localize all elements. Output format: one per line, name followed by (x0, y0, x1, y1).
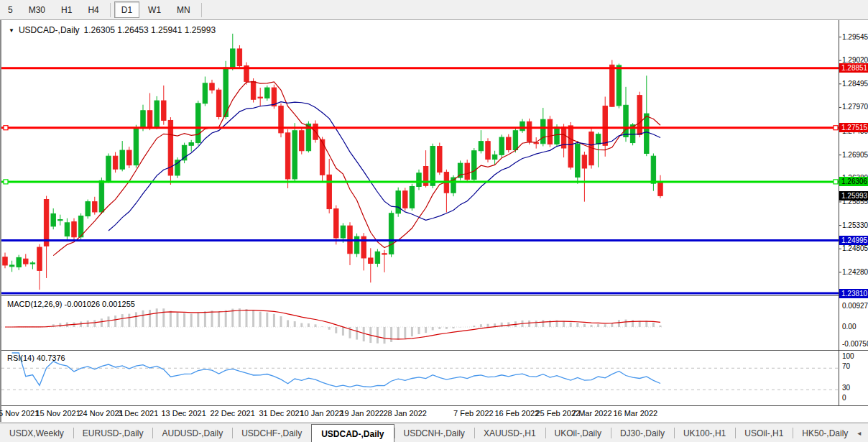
timeframe-button-m30[interactable]: M30 (22, 1, 52, 18)
chart-symbol-title: USDCAD-,Daily (19, 25, 80, 35)
timeframe-button-h1[interactable]: H1 (54, 1, 79, 18)
rsi-axis-label: 30 (842, 384, 868, 392)
chart-tab-ukoil-daily[interactable]: UKOil-,Daily (545, 423, 611, 442)
chart-tab-usdcad-daily[interactable]: USDCAD-,Daily (311, 424, 394, 442)
candle-body (300, 131, 304, 151)
chart-ohlc-values: 1.26305 1.26453 1.25941 1.25993 (84, 25, 216, 35)
candle-body (99, 180, 103, 212)
candle-body (382, 254, 387, 254)
candle-body (251, 81, 255, 99)
chart-tab-audusd-daily[interactable]: AUDUSD-,Daily (152, 423, 232, 442)
chart-tab-eurusd-daily[interactable]: EURUSD-,Daily (73, 423, 153, 442)
candle-body (327, 175, 331, 208)
candle-body (141, 111, 145, 128)
hline-anchor[interactable] (834, 180, 838, 184)
timeframe-toolbar: 5M30H1H4D1W1MN (0, 0, 868, 20)
rsi-line (12, 353, 660, 387)
chart-tab-uk100-h1[interactable]: UK100-,H1 (674, 423, 735, 442)
chart-tab-usdchf-daily[interactable]: USDCHF-,Daily (232, 423, 311, 442)
candle-body (120, 150, 124, 169)
candle-body (582, 155, 586, 168)
candle-body (369, 258, 373, 263)
chart-tab-hk50-daily[interactable]: HK50-,Daily (793, 423, 857, 442)
date-label: 22 Dec 2021 (210, 409, 254, 418)
price-tick-label: 1.29545 (842, 33, 868, 41)
candle-body (9, 265, 14, 267)
date-label: 7 Mar 2022 (572, 409, 612, 418)
hline-anchor[interactable] (4, 126, 8, 130)
mt4-terminal: 5M30H1H4D1W1MN 1.295451.290201.284951.27… (0, 0, 868, 442)
candle-body (175, 160, 180, 175)
candle-body (65, 223, 69, 236)
price-tick-label: 1.27970 (842, 103, 868, 111)
date-label: 15 Nov 2021 (35, 409, 80, 418)
candle-body (127, 150, 131, 165)
main-chart-canvas[interactable] (1, 20, 868, 422)
tab-scroll-left-icon[interactable]: ◂ (857, 429, 861, 437)
macd-axis-label: 0.00 (842, 323, 868, 331)
candle-body (196, 103, 200, 143)
candle-body (410, 186, 414, 208)
candle-body (272, 88, 276, 106)
rsi-indicator-label: RSI(14) 40.7376 (7, 354, 65, 362)
candle-body (237, 49, 241, 66)
date-label: 24 Nov 2021 (78, 409, 123, 418)
timeframe-button-mn[interactable]: MN (170, 1, 198, 18)
candle-body (438, 147, 442, 172)
candle-body (72, 222, 76, 237)
hline-anchor[interactable] (4, 180, 8, 184)
candle-body (645, 114, 649, 153)
price-badge: 1.27515 (839, 123, 868, 132)
chart-tab-bar: USDX,WeeklyEURUSD-,DailyAUDUSD-,DailyUSD… (0, 423, 868, 442)
candle-body (513, 131, 517, 150)
date-label: 7 Feb 2022 (453, 409, 494, 418)
candle-body (258, 97, 262, 98)
candle-body (465, 163, 469, 179)
chart-window[interactable]: 1.295451.290201.284951.279701.274301.269… (0, 20, 868, 422)
candle-body (216, 90, 221, 116)
candle-body (51, 213, 55, 226)
timeframe-button-5[interactable]: 5 (1, 1, 20, 18)
date-label: 13 Dec 2021 (161, 409, 206, 418)
candle-body (3, 257, 7, 265)
chart-tab-dj30-daily[interactable]: DJ30-,Daily (611, 423, 674, 442)
date-label: 16 Mar 2022 (613, 409, 657, 418)
price-badge: 1.23810 (839, 289, 868, 298)
candle-body (334, 209, 338, 238)
candle-body (113, 156, 117, 169)
candle-body (472, 151, 476, 180)
date-label: 5 Nov 2021 (0, 409, 39, 418)
candle-body (223, 68, 228, 116)
hline-anchor[interactable] (834, 126, 838, 130)
candle-body (93, 202, 97, 212)
chart-tab-usoil-h1[interactable]: USOil-,H1 (735, 423, 793, 442)
macd-axis-label: 0.009278 (842, 302, 868, 310)
candle-body (396, 191, 400, 213)
timeframe-button-w1[interactable]: W1 (141, 1, 168, 18)
candle-body (507, 137, 511, 149)
candle-body (486, 142, 490, 160)
toolbar-separator (201, 3, 202, 17)
chart-tab-usdcnh-daily[interactable]: USDCNH-,Daily (394, 423, 474, 442)
candle-body (527, 121, 531, 141)
candle-body (403, 191, 407, 208)
candle-body (30, 263, 34, 264)
chart-tab-xauusd-h1[interactable]: XAUUSD-,H1 (474, 423, 545, 442)
ma-fast-line (53, 82, 660, 256)
candle-body (624, 105, 628, 137)
chart-tab-usdx-weekly[interactable]: USDX,Weekly (0, 423, 73, 442)
candle-body (479, 142, 483, 151)
candle-body (279, 106, 283, 133)
candle-body (292, 131, 297, 179)
candle-body (603, 106, 607, 146)
candle-body (265, 88, 269, 98)
timeframe-button-h4[interactable]: H4 (80, 1, 106, 18)
timeframe-button-d1[interactable]: D1 (114, 1, 139, 18)
candle-body (189, 143, 193, 146)
candle-body (154, 101, 159, 127)
candle-body (44, 200, 48, 247)
candle-body (417, 173, 421, 187)
candle-body (389, 213, 393, 254)
price-tick-label: 1.24280 (842, 268, 868, 276)
candle-body (548, 119, 552, 144)
